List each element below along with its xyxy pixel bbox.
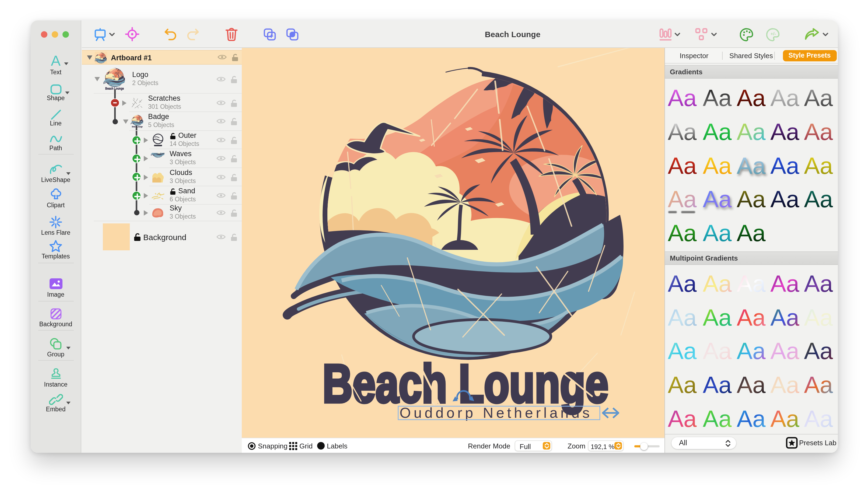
svg-text:+/-: +/- [771, 31, 776, 36]
